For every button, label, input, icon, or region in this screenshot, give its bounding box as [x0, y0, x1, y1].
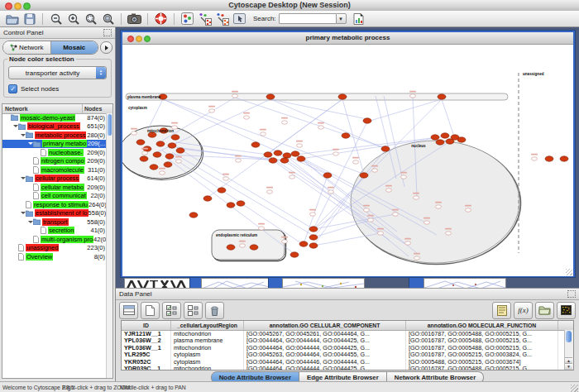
network-node-small[interactable]: [405, 241, 411, 245]
network-node-small[interactable]: [176, 160, 182, 163]
snapshot-icon[interactable]: [127, 12, 142, 26]
network-node[interactable]: [360, 173, 368, 178]
network-node[interactable]: [381, 146, 390, 151]
tab-network[interactable]: Network: [3, 41, 50, 54]
background-window-2[interactable]: [282, 278, 365, 288]
table-row[interactable]: YLR295Ccytoplasm[GO:0045263, GO:0044464,…: [122, 351, 573, 358]
network-node[interactable]: [227, 245, 235, 250]
network-node[interactable]: [290, 252, 299, 257]
network-node-small[interactable]: [318, 126, 324, 129]
network-node-small[interactable]: [364, 208, 370, 212]
matrix-view-icon[interactable]: [557, 302, 576, 319]
frame-resize-grip[interactable]: [566, 269, 572, 275]
network-node[interactable]: [436, 140, 444, 145]
import-attributes-icon[interactable]: [535, 302, 554, 319]
zoom-fit-icon[interactable]: [100, 12, 116, 26]
network-node[interactable]: [560, 156, 568, 161]
tree-row[interactable]: cellular metabo209(0): [2, 183, 107, 192]
network-node[interactable]: [164, 162, 172, 167]
network-node[interactable]: [264, 152, 272, 157]
select-nodes-checkbox[interactable]: ✓: [8, 84, 17, 93]
node-color-dropdown[interactable]: transporter activity ▲▼: [8, 66, 107, 79]
open-icon[interactable]: [4, 12, 20, 26]
expander-icon[interactable]: [12, 125, 18, 127]
network-node[interactable]: [176, 148, 184, 153]
tree-column-nodes[interactable]: Nodes: [83, 104, 112, 113]
network-node[interactable]: [363, 118, 371, 123]
network-node-small[interactable]: [532, 157, 538, 160]
tree-row[interactable]: nucleobase-209(0): [2, 148, 107, 157]
network-node-small[interactable]: [386, 189, 392, 192]
network-node[interactable]: [431, 135, 439, 140]
network-node[interactable]: [283, 153, 291, 158]
network-node-small[interactable]: [259, 227, 265, 230]
network-node[interactable]: [171, 135, 179, 140]
network-node-small[interactable]: [261, 132, 266, 136]
network-node-small[interactable]: [401, 175, 407, 179]
background-window-edge[interactable]: [409, 278, 423, 288]
network-node-small[interactable]: [410, 94, 416, 98]
network-node[interactable]: [309, 243, 318, 248]
network-node[interactable]: [227, 203, 235, 208]
network-node-small[interactable]: [290, 175, 295, 179]
network-node-small[interactable]: [446, 232, 452, 235]
network-node[interactable]: [218, 188, 226, 193]
tree-row[interactable]: biological_process651(0): [2, 122, 107, 131]
network-node-small[interactable]: [436, 205, 442, 208]
vizmapper-icon[interactable]: [179, 12, 195, 26]
tree-row[interactable]: cellular process614(0): [2, 174, 107, 184]
network-node[interactable]: [545, 156, 553, 161]
zoom-in-icon[interactable]: [65, 12, 81, 26]
network-node[interactable]: [237, 201, 245, 206]
window-resize-grip[interactable]: [571, 385, 578, 392]
network-node[interactable]: [266, 94, 275, 99]
network-node[interactable]: [299, 241, 308, 246]
zoom-selected-icon[interactable]: [83, 12, 98, 26]
tree-row[interactable]: unassigned223(0): [2, 244, 107, 253]
network-node[interactable]: [189, 213, 198, 218]
background-window-edge[interactable]: [190, 278, 201, 288]
network-node[interactable]: [136, 140, 145, 145]
network-node[interactable]: [323, 173, 332, 178]
tree-column-network[interactable]: Network: [2, 104, 83, 113]
network-node[interactable]: [156, 141, 165, 146]
network-node[interactable]: [251, 142, 260, 147]
network-canvas[interactable]: plasma membrane cytoplasm mitochondrion …: [122, 45, 573, 276]
save-icon[interactable]: [22, 12, 37, 26]
network-node[interactable]: [150, 165, 158, 170]
tree-row[interactable]: primary metabo209(...: [2, 140, 107, 149]
search-dropdown-icon[interactable]: ▼: [336, 13, 347, 24]
tree-scrollbar[interactable]: [106, 113, 112, 378]
network-node-small[interactable]: [378, 232, 384, 235]
network-node-small[interactable]: [424, 221, 430, 224]
network-node-small[interactable]: [414, 196, 419, 199]
unselect-all-attributes-icon[interactable]: [184, 302, 203, 319]
tree-row[interactable]: metabolic process280(0): [2, 131, 107, 140]
help-icon[interactable]: [153, 12, 169, 26]
network-node[interactable]: [438, 94, 446, 99]
expander-icon[interactable]: [20, 177, 26, 179]
column-header[interactable]: annotation.GO MOLECULAR_FUNCTION: [406, 321, 558, 330]
network-node[interactable]: [446, 139, 454, 144]
network-node-small[interactable]: [223, 177, 229, 180]
attribute-report-icon[interactable]: [351, 12, 366, 26]
network-node-small[interactable]: [372, 169, 378, 172]
tree-row[interactable]: transport558(0): [2, 218, 107, 227]
network-node-small[interactable]: [353, 160, 359, 164]
network-node-small[interactable]: [240, 244, 246, 247]
background-window-edge[interactable]: [269, 278, 282, 288]
network-node-small[interactable]: [310, 213, 316, 216]
network-node-small[interactable]: [466, 208, 471, 212]
expander-icon[interactable]: [20, 212, 26, 214]
background-window-1[interactable]: [201, 278, 270, 288]
network-node-small[interactable]: [132, 131, 137, 135]
network-node-small[interactable]: [282, 121, 288, 124]
network-node[interactable]: [338, 94, 347, 99]
network-node-small[interactable]: [333, 152, 339, 155]
network-node[interactable]: [309, 227, 318, 232]
network-edge[interactable]: [235, 98, 385, 148]
network-node[interactable]: [168, 143, 176, 148]
network-node-small[interactable]: [267, 190, 273, 194]
network-node-small[interactable]: [209, 109, 215, 112]
network-node[interactable]: [291, 151, 299, 156]
